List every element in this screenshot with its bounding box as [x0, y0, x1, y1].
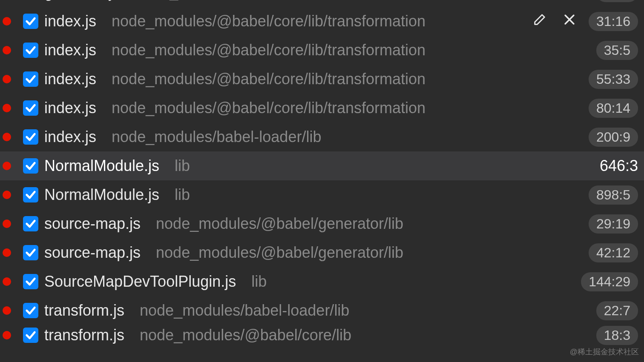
- breakpoint-line-badge: 42:12: [589, 243, 638, 262]
- breakpoint-dot-icon[interactable]: [3, 162, 11, 170]
- breakpoint-row[interactable]: NormalModule.jslib646:3: [0, 151, 644, 180]
- breakpoint-row[interactable]: SourceMapDevToolPlugin.jslib144:29: [0, 267, 644, 296]
- breakpoint-path: node_modules/@babel/core/lib/transformat…: [112, 12, 524, 30]
- breakpoint-checkbox[interactable]: [23, 14, 38, 29]
- breakpoint-row[interactable]: transform.jsnode_modules/babel-loader/li…: [0, 296, 644, 325]
- breakpoint-checkbox[interactable]: [23, 100, 38, 116]
- breakpoint-checkbox[interactable]: [23, 158, 38, 174]
- watermark-text: @稀土掘金技术社区: [570, 347, 639, 357]
- breakpoint-dot-icon[interactable]: [3, 219, 11, 228]
- breakpoint-row[interactable]: source-map.jsnode_modules/@babel/generat…: [0, 238, 644, 267]
- breakpoint-filename: index.js: [44, 128, 96, 146]
- breakpoint-filename: source-map.js: [44, 244, 141, 262]
- breakpoint-dot-icon[interactable]: [3, 75, 11, 83]
- edit-icon[interactable]: [532, 12, 547, 31]
- breakpoint-checkbox[interactable]: [23, 328, 38, 343]
- breakpoint-dot-icon[interactable]: [3, 331, 11, 339]
- breakpoints-list: generate.jsnode_modules/@babel/core/lib/…: [0, 0, 644, 345]
- breakpoint-filename: transform.js: [44, 302, 124, 319]
- breakpoint-dot-icon[interactable]: [3, 104, 11, 112]
- breakpoint-filename: SourceMapDevToolPlugin.js: [44, 273, 236, 291]
- breakpoint-checkbox[interactable]: [23, 187, 38, 202]
- breakpoint-filename: NormalModule.js: [44, 157, 159, 175]
- breakpoint-line-badge: 80:14: [589, 99, 638, 118]
- breakpoint-checkbox[interactable]: [23, 245, 38, 260]
- breakpoint-dot-icon[interactable]: [3, 191, 11, 199]
- breakpoint-checkbox[interactable]: [23, 274, 38, 289]
- breakpoint-dot-icon[interactable]: [3, 277, 11, 286]
- breakpoint-row[interactable]: NormalModule.jslib898:5: [0, 180, 644, 209]
- breakpoint-row[interactable]: index.jsnode_modules/@babel/core/lib/tra…: [0, 36, 644, 65]
- breakpoint-path: node_modules/@babel/generator/lib: [156, 244, 589, 262]
- breakpoint-dot-icon[interactable]: [3, 17, 11, 26]
- breakpoint-filename: index.js: [44, 12, 96, 30]
- breakpoint-path: lib: [175, 157, 600, 175]
- breakpoint-filename: NormalModule.js: [44, 186, 159, 204]
- breakpoint-filename: index.js: [44, 70, 96, 88]
- breakpoint-line: 646:3: [600, 157, 638, 175]
- breakpoint-path: node_modules/@babel/core/lib/transformat…: [135, 0, 596, 1]
- breakpoint-path: lib: [251, 273, 581, 291]
- breakpoint-line-badge: 33:5: [596, 0, 638, 2]
- breakpoint-checkbox[interactable]: [23, 71, 38, 87]
- breakpoint-filename: index.js: [44, 41, 96, 59]
- breakpoint-row[interactable]: index.jsnode_modules/@babel/core/lib/tra…: [0, 7, 644, 36]
- breakpoint-row[interactable]: transform.jsnode_modules/@babel/core/lib…: [0, 325, 644, 345]
- row-actions: [532, 12, 577, 31]
- breakpoint-checkbox[interactable]: [23, 303, 38, 318]
- breakpoint-line-badge: 35:5: [596, 41, 638, 60]
- breakpoint-filename: transform.js: [44, 326, 124, 344]
- breakpoint-line-badge: 29:19: [589, 214, 638, 234]
- breakpoint-line-badge: 898:5: [589, 185, 638, 205]
- breakpoint-path: node_modules/@babel/generator/lib: [156, 215, 589, 233]
- breakpoint-path: node_modules/@babel/core/lib/transformat…: [112, 41, 596, 59]
- breakpoint-checkbox[interactable]: [23, 129, 38, 145]
- breakpoint-path: node_modules/babel-loader/lib: [112, 128, 589, 146]
- breakpoint-dot-icon[interactable]: [3, 248, 11, 257]
- breakpoint-line-badge: 22:7: [596, 301, 638, 320]
- breakpoint-path: node_modules/@babel/core/lib/transformat…: [112, 99, 589, 117]
- breakpoint-row[interactable]: index.jsnode_modules/@babel/core/lib/tra…: [0, 94, 644, 123]
- close-icon[interactable]: [562, 12, 577, 31]
- breakpoint-dot-icon[interactable]: [3, 133, 11, 141]
- breakpoint-path: lib: [175, 186, 589, 204]
- breakpoint-path: node_modules/@babel/core/lib: [140, 326, 596, 344]
- breakpoint-path: node_modules/@babel/core/lib/transformat…: [112, 70, 589, 88]
- breakpoint-line-badge: 31:16: [589, 12, 638, 31]
- breakpoint-filename: generate.js: [44, 0, 120, 1]
- breakpoint-line-badge: 200:9: [589, 128, 638, 147]
- breakpoint-checkbox[interactable]: [23, 216, 38, 231]
- breakpoint-line-badge: 144:29: [581, 272, 638, 291]
- breakpoint-dot-icon[interactable]: [3, 46, 11, 54]
- breakpoint-line-badge: 55:33: [589, 70, 638, 89]
- breakpoint-row[interactable]: source-map.jsnode_modules/@babel/generat…: [0, 209, 644, 238]
- breakpoint-checkbox[interactable]: [23, 43, 38, 58]
- breakpoint-line-badge: 18:3: [596, 326, 638, 345]
- breakpoint-filename: index.js: [44, 99, 96, 117]
- breakpoint-row[interactable]: index.jsnode_modules/babel-loader/lib200…: [0, 123, 644, 151]
- breakpoint-row[interactable]: generate.jsnode_modules/@babel/core/lib/…: [0, 0, 644, 7]
- breakpoint-dot-icon[interactable]: [3, 306, 11, 315]
- breakpoint-filename: source-map.js: [44, 215, 141, 233]
- breakpoint-row[interactable]: index.jsnode_modules/@babel/core/lib/tra…: [0, 65, 644, 94]
- breakpoint-path: node_modules/babel-loader/lib: [140, 302, 596, 319]
